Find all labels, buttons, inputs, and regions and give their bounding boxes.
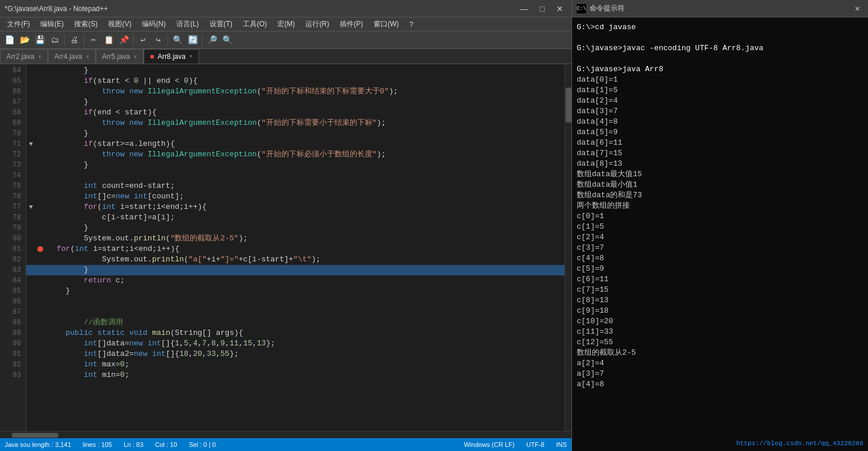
code-text-68: if(end < start){	[45, 107, 156, 118]
tab-arr8-close[interactable]: ×	[189, 53, 193, 60]
fold-71[interactable]: ▼	[26, 139, 36, 149]
menu-help[interactable]: ?	[405, 19, 418, 30]
code-line-66: throw new IllegalArgumentException("开始的下…	[26, 86, 564, 97]
notepad-panel: *G:\javase\Arr8.java - Notepad++ — □ ✕ 文…	[0, 0, 572, 451]
code-text-76: int[]c=new int[count];	[45, 191, 184, 202]
toolbar-redo[interactable]: ↪	[151, 33, 165, 47]
cmd-content[interactable]: G:\>cd javase G:\javase>javac -encoding …	[572, 18, 868, 451]
code-line-77: ▼ for(int i=start;i<end;i++){	[26, 202, 564, 212]
toolbar: 📄 📂 💾 🗂 🖨 ✂ 📋 📌 ↩ ↪ 🔍 🔄 🔎 🔍	[0, 32, 571, 49]
toolbar-save-all[interactable]: 🗂	[48, 33, 62, 47]
code-text-88: //函数调用	[45, 317, 123, 328]
code-line-85: }	[26, 286, 564, 296]
csdn-link[interactable]: https://blog.csdn.net/qq_43220266	[736, 438, 863, 449]
code-line-68: if(end < start){	[26, 107, 564, 118]
code-text-89: public static void main(String[] args){	[45, 328, 243, 338]
tab-arr5-close[interactable]: ×	[134, 54, 137, 60]
cmd-line-3: G:\javase>java Arr8	[577, 64, 863, 75]
menu-view[interactable]: 视图(V)	[103, 18, 136, 30]
toolbar-open[interactable]: 📂	[18, 33, 32, 47]
cmd-line-2: G:\javase>javac -encoding UTF-8 Arr8.jav…	[577, 43, 863, 54]
toolbar-replace[interactable]: 🔄	[186, 33, 200, 47]
cmd-output-8: data[7]=15	[577, 148, 863, 159]
scrollbar-right[interactable]	[564, 64, 571, 431]
menu-settings[interactable]: 设置(T)	[205, 18, 237, 30]
toolbar-undo[interactable]: ↩	[136, 33, 150, 47]
tab-arr8[interactable]: ■ Arr8.java ×	[144, 49, 199, 64]
cmd-title-left: C:\ 命令提示符	[577, 4, 625, 13]
bp-81[interactable]	[36, 246, 45, 252]
tab-arr2-close[interactable]: ×	[38, 54, 41, 60]
code-line-88: //函数调用	[26, 317, 564, 328]
toolbar-save[interactable]: 💾	[33, 33, 47, 47]
code-line-90: int[]data=new int[]{1,5,4,7,8,9,11,15,13…	[26, 338, 564, 349]
tab-arr2[interactable]: Arr2.java ×	[0, 49, 48, 64]
code-text-81: for(int i=start;i<end;i++){	[36, 244, 180, 254]
sep2	[83, 34, 84, 46]
sep4	[168, 34, 168, 46]
code-line-70: }	[26, 128, 564, 139]
tab-arr4[interactable]: Arr4.java ×	[48, 49, 96, 64]
cmd-output-6: data[5]=9	[577, 127, 863, 138]
cmd-output-1: data[0]=1	[577, 75, 863, 85]
code-area[interactable]: 64 65 66 67 68 69 70 71 72 73 74 75 76 7…	[0, 64, 571, 431]
code-text-64: }	[45, 65, 88, 76]
code-content[interactable]: } if(start < 0 || end < 0){ throw new Il…	[26, 64, 564, 431]
menu-tools[interactable]: 工具(O)	[238, 18, 271, 30]
menu-window[interactable]: 窗口(W)	[369, 18, 403, 30]
menu-encode[interactable]: 编码(N)	[137, 18, 170, 30]
toolbar-new[interactable]: 📄	[2, 33, 16, 47]
cmd-close-button[interactable]: ✕	[852, 2, 863, 15]
scrollbar-h-thumb[interactable]	[12, 433, 58, 438]
cmd-output-min: 数组data最小值1	[577, 180, 863, 190]
status-ins: INS	[556, 441, 567, 448]
toolbar-copy[interactable]: 📋	[102, 33, 116, 47]
close-button[interactable]: ✕	[553, 3, 567, 15]
status-eol: Windows (CR LF)	[464, 441, 515, 448]
tab-arr5[interactable]: Arr5.java ×	[96, 49, 144, 64]
code-line-82: System.out.println("a["+i+"]="+c[i-start…	[26, 254, 564, 265]
scrollbar-bottom[interactable]	[0, 431, 571, 438]
cmd-output-a2: a[2]=4	[577, 358, 863, 369]
minimize-button[interactable]: —	[517, 3, 532, 15]
code-line-67: }	[26, 97, 564, 107]
cmd-output-max: 数组data最大值15	[577, 169, 863, 180]
toolbar-print[interactable]: 🖨	[67, 33, 81, 47]
toolbar-paste[interactable]: 📌	[117, 33, 131, 47]
code-text-72: throw new IllegalArgumentException("开始的下…	[45, 149, 386, 160]
code-line-76: int[]c=new int[count];	[26, 191, 564, 202]
cmd-output-c0: c[0]=1	[577, 211, 863, 222]
menu-run[interactable]: 运行(R)	[301, 18, 334, 30]
code-text-93: int min=0;	[45, 370, 129, 380]
menu-search[interactable]: 搜索(S)	[69, 18, 102, 30]
status-length: Java sou length : 3,141	[5, 441, 71, 448]
menu-edit[interactable]: 编辑(E)	[36, 18, 68, 30]
menu-lang[interactable]: 语言(L)	[172, 18, 204, 30]
toolbar-zoom-out[interactable]: 🔍	[220, 33, 234, 47]
code-line-64: }	[26, 65, 564, 76]
fold-77[interactable]: ▼	[26, 202, 36, 212]
code-line-81: for(int i=start;i<end;i++){	[26, 244, 564, 254]
cmd-output-7: data[6]=11	[577, 138, 863, 148]
line-numbers: 64 65 66 67 68 69 70 71 72 73 74 75 76 7…	[0, 64, 26, 431]
menu-file[interactable]: 文件(F)	[2, 18, 34, 30]
tab-arr8-label: Arr8.java	[158, 53, 186, 61]
scrollbar-thumb[interactable]	[566, 88, 571, 123]
toolbar-cut[interactable]: ✂	[86, 33, 100, 47]
toolbar-zoom-in[interactable]: 🔎	[205, 33, 219, 47]
status-col: Col : 10	[155, 441, 177, 448]
code-line-80: System.out.println("数组的截取从2-5");	[26, 233, 564, 244]
title-text: *G:\javase\Arr8.java - Notepad++	[5, 5, 108, 13]
tabs-bar: Arr2.java × Arr4.java × Arr5.java × ■ Ar…	[0, 49, 571, 64]
maximize-button[interactable]: □	[536, 3, 548, 15]
code-text-78: c[i-start]=a[i];	[45, 212, 175, 223]
code-text-79: }	[45, 223, 88, 233]
menu-macro[interactable]: 宏(M)	[273, 18, 299, 30]
menu-plugins[interactable]: 插件(P)	[335, 18, 368, 30]
code-text-66: throw new IllegalArgumentException("开始的下…	[45, 86, 398, 97]
cmd-output-c10: c[10]=20	[577, 316, 863, 327]
toolbar-find[interactable]: 🔍	[170, 33, 184, 47]
cmd-output-c6: c[6]=11	[577, 274, 863, 285]
code-line-84: return c;	[26, 275, 564, 286]
tab-arr4-close[interactable]: ×	[86, 54, 89, 60]
